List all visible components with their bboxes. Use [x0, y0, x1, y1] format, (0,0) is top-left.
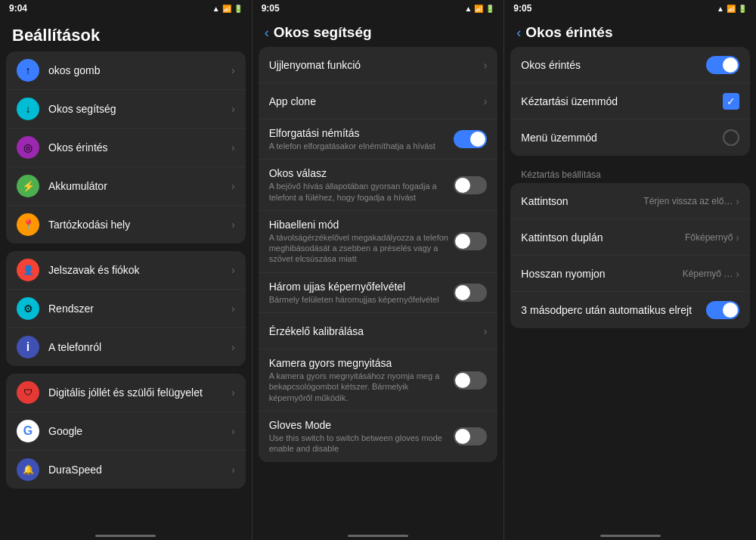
settings-group-p3b: Kattintson Térjen vissza az elő… › Katti… — [510, 183, 750, 328]
settings-group-2: 👤 Jelszavak és fiókok › ⚙ Rendszer › i A… — [6, 251, 246, 366]
hibaelleni-toggle[interactable] — [454, 232, 487, 250]
list-item[interactable]: Gloves Mode Use this switch to switch be… — [259, 411, 498, 462]
digitalis-label: Digitális jóllét és szülői felügyelet — [48, 386, 231, 399]
duraspeed-icon: 🔔 — [17, 458, 39, 481]
list-item[interactable]: 👤 Jelszavak és fiókok › — [6, 251, 246, 290]
wifi-icon: ▲ — [212, 5, 220, 13]
panel-okos-segitseg: 9:05 ▲ 📶 🔋 ‹ Okos segítség Ujjlenyomat f… — [253, 0, 505, 540]
list-item[interactable]: ◎ Okos érintés › — [6, 129, 246, 167]
status-icons-3: ▲ 📶 🔋 — [717, 5, 747, 13]
okoserintes-toggle[interactable] — [706, 56, 739, 74]
chevron-icon: › — [231, 341, 235, 353]
list-item[interactable]: 🛡 Digitális jóllét és szülői felügyelet … — [6, 374, 246, 412]
page-title-1: Beállítások — [12, 26, 240, 45]
okos-gomb-icon: ↑ — [17, 59, 39, 82]
bottom-indicator-2 — [348, 535, 408, 537]
okos-segitseg-label: Okos segítség — [48, 103, 231, 115]
back-button-2[interactable]: ‹ — [265, 25, 269, 41]
list-item[interactable]: ↓ Okos segítség › — [6, 90, 246, 129]
list-item[interactable]: ⚡ Akkumulátor › — [6, 167, 246, 206]
gloves-toggle[interactable] — [454, 427, 487, 445]
list-item[interactable]: Ujjlenyomat funkció › — [259, 47, 498, 83]
chevron-icon: › — [484, 325, 488, 337]
list-item[interactable]: App clone › — [259, 83, 498, 119]
ujjlenyomat-label: Ujjlenyomat funkció — [269, 59, 484, 71]
list-item[interactable]: Okos válasz A bejövő hívás állapotában g… — [259, 160, 498, 211]
page-header-1: Beállítások — [0, 17, 252, 51]
panel-okos-erintest: 9:05 ▲ 📶 🔋 ‹ Okos érintés Okos érintés K… — [504, 0, 756, 540]
list-item[interactable]: Érzékelő kalibrálása › — [259, 313, 498, 349]
chevron-icon: › — [736, 195, 739, 207]
chevron-icon: › — [231, 386, 235, 399]
status-icons-1: ▲ 📶 🔋 — [212, 5, 243, 13]
list-item[interactable]: Hosszan nyomjon Képernyő … › — [510, 256, 750, 292]
signal-icon: 📶 — [727, 5, 736, 13]
keztartasi-checkbox[interactable]: ✓ — [723, 93, 739, 110]
masodperc-toggle[interactable] — [706, 301, 739, 319]
panel-settings: 9:04 ▲ 📶 🔋 Beállítások ↑ okos gomb › ↓ O… — [0, 0, 253, 540]
settings-list-2: Ujjlenyomat funkció › App clone › Elforg… — [253, 47, 504, 535]
masodperc-label: 3 másodperc után automatikus elrejt — [521, 304, 706, 316]
settings-group-3: 🛡 Digitális jóllét és szülői felügyelet … — [6, 374, 246, 489]
settings-group-p2: Ujjlenyomat funkció › App clone › Elforg… — [259, 47, 498, 462]
okos-erintest-icon: ◎ — [17, 136, 39, 159]
time-3: 9:05 — [513, 3, 531, 14]
hosszan-label: Hosszan nyomjon — [521, 268, 682, 280]
keztartasi-label: Kéztartási üzemmód — [521, 95, 723, 107]
list-item[interactable]: Kattintson duplán Főképernyő › — [510, 219, 750, 256]
telefonrol-label: A telefonról — [48, 341, 231, 353]
elforgatasi-label: Elforgatási némítás A telefon elforgatás… — [269, 127, 454, 151]
list-item[interactable]: 3 másodperc után automatikus elrejt — [510, 292, 750, 328]
signal-icon: 📶 — [222, 5, 231, 13]
settings-list-3: Okos érintés Kéztartási üzemmód ✓ Menü ü… — [504, 47, 756, 535]
tartózkodási-icon: 📍 — [17, 213, 39, 236]
menu-radio[interactable] — [723, 129, 739, 146]
page-header-2: ‹ Okos segítség — [253, 17, 504, 47]
akkumulator-label: Akkumulátor — [48, 180, 231, 192]
rendszer-label: Rendszer — [48, 303, 231, 315]
chevron-icon: › — [736, 268, 739, 280]
chevron-icon: › — [736, 231, 739, 244]
rendszer-icon: ⚙ — [17, 297, 39, 320]
digitalis-icon: 🛡 — [17, 381, 39, 404]
list-item[interactable]: Okos érintés — [510, 47, 750, 83]
kattintson-dupla-value: Főképernyő — [685, 232, 733, 243]
list-item[interactable]: Kéztartási üzemmód ✓ — [510, 83, 750, 119]
list-item[interactable]: Három ujjas képernyőfelvétel Bármely fel… — [259, 273, 498, 313]
list-item[interactable]: Kattintson Térjen vissza az elő… › — [510, 183, 750, 219]
wifi-icon: ▲ — [464, 5, 472, 13]
list-item[interactable]: ↑ okos gomb › — [6, 51, 246, 90]
chevron-icon: › — [231, 180, 235, 192]
kamera-toggle[interactable] — [454, 371, 487, 389]
back-button-3[interactable]: ‹ — [516, 25, 521, 41]
list-item[interactable]: Hibaelleni mód A távolságérzékelővel meg… — [259, 211, 498, 273]
page-header-3: ‹ Okos érintés — [504, 17, 756, 47]
okosvalasz-toggle[interactable] — [454, 176, 487, 194]
bottom-indicator-1 — [95, 535, 156, 537]
list-item[interactable]: i A telefonról › — [6, 328, 246, 366]
appclone-label: App clone — [269, 95, 484, 107]
okos-segitseg-icon: ↓ — [17, 98, 39, 120]
google-icon: G — [17, 420, 39, 442]
chevron-icon: › — [231, 219, 235, 231]
status-icons-2: ▲ 📶 🔋 — [464, 5, 494, 13]
list-item[interactable]: G Google › — [6, 412, 246, 451]
chevron-icon: › — [231, 103, 235, 115]
settings-list-1: ↑ okos gomb › ↓ Okos segítség › ◎ Okos é… — [0, 51, 252, 535]
list-item[interactable]: 📍 Tartózkodási hely › — [6, 206, 246, 244]
list-item[interactable]: ⚙ Rendszer › — [6, 290, 246, 328]
list-item[interactable]: Elforgatási némítás A telefon elforgatás… — [259, 119, 498, 160]
time-2: 9:05 — [262, 3, 280, 14]
haromujjas-toggle[interactable] — [454, 284, 487, 302]
list-item[interactable]: Kamera gyors megnyitása A kamera gyors m… — [259, 349, 498, 411]
erzekelo-label: Érzékelő kalibrálása — [269, 325, 484, 337]
kattintson-label: Kattintson — [521, 195, 643, 207]
list-item[interactable]: Menü üzemmód — [510, 119, 750, 156]
time-1: 9:04 — [9, 3, 27, 14]
chevron-icon: › — [231, 303, 235, 315]
battery-icon: 🔋 — [234, 5, 243, 13]
status-bar-1: 9:04 ▲ 📶 🔋 — [0, 0, 252, 17]
list-item[interactable]: 🔔 DuraSpeed › — [6, 451, 246, 489]
elforgatasi-toggle[interactable] — [454, 130, 487, 148]
bottom-bar-3 — [504, 535, 756, 540]
